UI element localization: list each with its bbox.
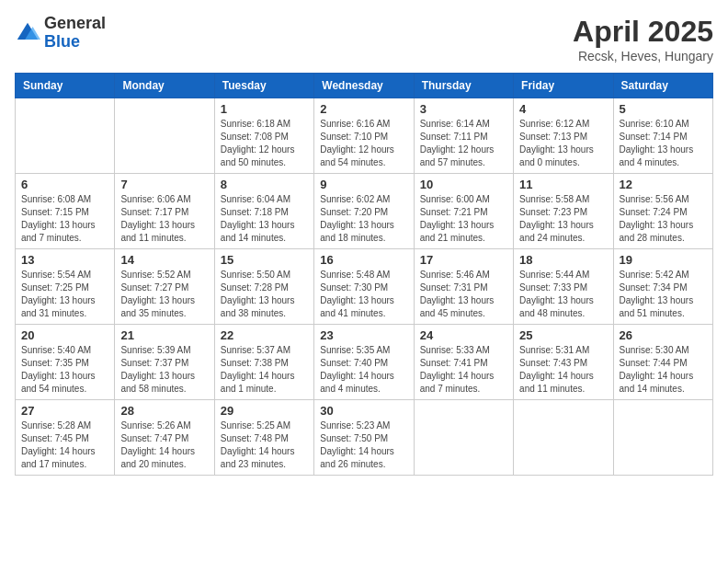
calendar-cell: 11Sunrise: 5:58 AM Sunset: 7:23 PM Dayli… [514, 174, 613, 249]
day-number: 9 [320, 178, 407, 191]
day-info: Sunrise: 6:00 AM Sunset: 7:21 PM Dayligh… [420, 193, 507, 245]
day-number: 19 [620, 253, 707, 267]
day-info: Sunrise: 6:10 AM Sunset: 7:14 PM Dayligh… [620, 118, 707, 169]
day-info: Sunrise: 6:18 AM Sunset: 7:08 PM Dayligh… [221, 118, 308, 169]
day-info: Sunrise: 5:54 AM Sunset: 7:25 PM Dayligh… [21, 269, 108, 320]
day-number: 25 [519, 328, 607, 342]
calendar-cell: 12Sunrise: 5:56 AM Sunset: 7:24 PM Dayli… [613, 174, 712, 249]
day-number: 3 [420, 102, 507, 116]
calendar-cell [414, 400, 513, 476]
calendar-cell: 14Sunrise: 5:52 AM Sunset: 7:27 PM Dayli… [115, 249, 214, 325]
calendar-cell: 18Sunrise: 5:44 AM Sunset: 7:33 PM Dayli… [514, 249, 613, 325]
day-info: Sunrise: 6:08 AM Sunset: 7:15 PM Dayligh… [21, 193, 108, 245]
day-number: 26 [620, 328, 707, 342]
day-info: Sunrise: 6:14 AM Sunset: 7:11 PM Dayligh… [420, 118, 507, 169]
calendar-cell: 23Sunrise: 5:35 AM Sunset: 7:40 PM Dayli… [314, 325, 414, 400]
day-number: 6 [21, 178, 108, 191]
logo: General Blue [15, 15, 106, 52]
calendar-cell: 20Sunrise: 5:40 AM Sunset: 7:35 PM Dayli… [16, 325, 115, 400]
calendar-cell: 5Sunrise: 6:10 AM Sunset: 7:14 PM Daylig… [613, 98, 712, 174]
day-number: 30 [320, 404, 407, 418]
day-info: Sunrise: 5:30 AM Sunset: 7:44 PM Dayligh… [620, 344, 707, 396]
calendar-cell: 21Sunrise: 5:39 AM Sunset: 7:37 PM Dayli… [115, 325, 214, 400]
day-info: Sunrise: 5:25 AM Sunset: 7:48 PM Dayligh… [221, 419, 308, 471]
day-info: Sunrise: 5:39 AM Sunset: 7:37 PM Dayligh… [120, 344, 208, 396]
col-monday: Monday [115, 74, 214, 98]
day-info: Sunrise: 5:52 AM Sunset: 7:27 PM Dayligh… [120, 269, 208, 320]
day-info: Sunrise: 5:35 AM Sunset: 7:40 PM Dayligh… [320, 344, 407, 396]
calendar-cell: 10Sunrise: 6:00 AM Sunset: 7:21 PM Dayli… [414, 174, 513, 249]
day-info: Sunrise: 5:37 AM Sunset: 7:38 PM Dayligh… [221, 344, 308, 396]
logo-icon [15, 20, 40, 46]
day-info: Sunrise: 5:48 AM Sunset: 7:30 PM Dayligh… [320, 269, 407, 320]
calendar-cell: 15Sunrise: 5:50 AM Sunset: 7:28 PM Dayli… [214, 249, 313, 325]
day-info: Sunrise: 5:58 AM Sunset: 7:23 PM Dayligh… [519, 193, 607, 245]
calendar-week-row: 1Sunrise: 6:18 AM Sunset: 7:08 PM Daylig… [16, 98, 713, 174]
day-number: 15 [221, 253, 308, 267]
day-info: Sunrise: 5:28 AM Sunset: 7:45 PM Dayligh… [21, 419, 108, 471]
day-info: Sunrise: 6:16 AM Sunset: 7:10 PM Dayligh… [320, 118, 407, 169]
day-info: Sunrise: 5:42 AM Sunset: 7:34 PM Dayligh… [620, 269, 707, 320]
day-number: 27 [21, 404, 108, 418]
calendar-cell [115, 98, 214, 174]
calendar-cell: 17Sunrise: 5:46 AM Sunset: 7:31 PM Dayli… [414, 249, 513, 325]
calendar-cell: 2Sunrise: 6:16 AM Sunset: 7:10 PM Daylig… [314, 98, 414, 174]
calendar-cell: 4Sunrise: 6:12 AM Sunset: 7:13 PM Daylig… [514, 98, 613, 174]
calendar-cell: 19Sunrise: 5:42 AM Sunset: 7:34 PM Dayli… [613, 249, 712, 325]
calendar-cell: 22Sunrise: 5:37 AM Sunset: 7:38 PM Dayli… [214, 325, 313, 400]
day-number: 21 [120, 328, 208, 342]
calendar-header-row: Sunday Monday Tuesday Wednesday Thursday… [16, 74, 713, 98]
col-thursday: Thursday [414, 74, 513, 98]
day-info: Sunrise: 6:12 AM Sunset: 7:13 PM Dayligh… [519, 118, 607, 169]
day-info: Sunrise: 5:40 AM Sunset: 7:35 PM Dayligh… [21, 344, 108, 396]
day-number: 11 [519, 178, 607, 191]
day-info: Sunrise: 5:31 AM Sunset: 7:43 PM Dayligh… [519, 344, 607, 396]
calendar-cell: 16Sunrise: 5:48 AM Sunset: 7:30 PM Dayli… [314, 249, 414, 325]
col-wednesday: Wednesday [314, 74, 414, 98]
day-number: 8 [221, 178, 308, 191]
calendar-week-row: 6Sunrise: 6:08 AM Sunset: 7:15 PM Daylig… [16, 174, 713, 249]
day-info: Sunrise: 6:04 AM Sunset: 7:18 PM Dayligh… [221, 193, 308, 245]
day-number: 18 [519, 253, 607, 267]
day-info: Sunrise: 5:23 AM Sunset: 7:50 PM Dayligh… [320, 419, 407, 471]
calendar-week-row: 20Sunrise: 5:40 AM Sunset: 7:35 PM Dayli… [16, 325, 713, 400]
day-number: 12 [620, 178, 707, 191]
day-number: 10 [420, 178, 507, 191]
calendar-week-row: 13Sunrise: 5:54 AM Sunset: 7:25 PM Dayli… [16, 249, 713, 325]
calendar-cell: 1Sunrise: 6:18 AM Sunset: 7:08 PM Daylig… [214, 98, 313, 174]
day-info: Sunrise: 6:02 AM Sunset: 7:20 PM Dayligh… [320, 193, 407, 245]
calendar-week-row: 27Sunrise: 5:28 AM Sunset: 7:45 PM Dayli… [16, 400, 713, 476]
calendar-cell: 6Sunrise: 6:08 AM Sunset: 7:15 PM Daylig… [16, 174, 115, 249]
day-number: 7 [120, 178, 208, 191]
calendar-cell: 7Sunrise: 6:06 AM Sunset: 7:17 PM Daylig… [115, 174, 214, 249]
calendar-cell [514, 400, 613, 476]
day-number: 20 [21, 328, 108, 342]
calendar-cell: 27Sunrise: 5:28 AM Sunset: 7:45 PM Dayli… [16, 400, 115, 476]
day-number: 29 [221, 404, 308, 418]
day-info: Sunrise: 5:46 AM Sunset: 7:31 PM Dayligh… [420, 269, 507, 320]
day-number: 1 [221, 102, 308, 116]
day-number: 24 [420, 328, 507, 342]
calendar-cell: 8Sunrise: 6:04 AM Sunset: 7:18 PM Daylig… [214, 174, 313, 249]
calendar-location: Recsk, Heves, Hungary [573, 49, 713, 63]
day-info: Sunrise: 5:33 AM Sunset: 7:41 PM Dayligh… [420, 344, 507, 396]
calendar-cell [16, 98, 115, 174]
logo-general-text: General [44, 14, 106, 32]
logo-blue-text: Blue [44, 32, 80, 51]
calendar-cell: 29Sunrise: 5:25 AM Sunset: 7:48 PM Dayli… [214, 400, 313, 476]
day-number: 2 [320, 102, 407, 116]
col-saturday: Saturday [613, 74, 712, 98]
calendar-cell: 30Sunrise: 5:23 AM Sunset: 7:50 PM Dayli… [314, 400, 414, 476]
day-number: 17 [420, 253, 507, 267]
calendar-table: Sunday Monday Tuesday Wednesday Thursday… [15, 73, 713, 476]
col-friday: Friday [514, 74, 613, 98]
calendar-cell: 13Sunrise: 5:54 AM Sunset: 7:25 PM Dayli… [16, 249, 115, 325]
day-info: Sunrise: 5:44 AM Sunset: 7:33 PM Dayligh… [519, 269, 607, 320]
calendar-cell: 26Sunrise: 5:30 AM Sunset: 7:44 PM Dayli… [613, 325, 712, 400]
page-header: General Blue April 2025 Recsk, Heves, Hu… [15, 15, 713, 63]
calendar-cell: 9Sunrise: 6:02 AM Sunset: 7:20 PM Daylig… [314, 174, 414, 249]
calendar-title: April 2025 [573, 15, 713, 49]
calendar-cell: 25Sunrise: 5:31 AM Sunset: 7:43 PM Dayli… [514, 325, 613, 400]
day-number: 16 [320, 253, 407, 267]
day-number: 5 [620, 102, 707, 116]
